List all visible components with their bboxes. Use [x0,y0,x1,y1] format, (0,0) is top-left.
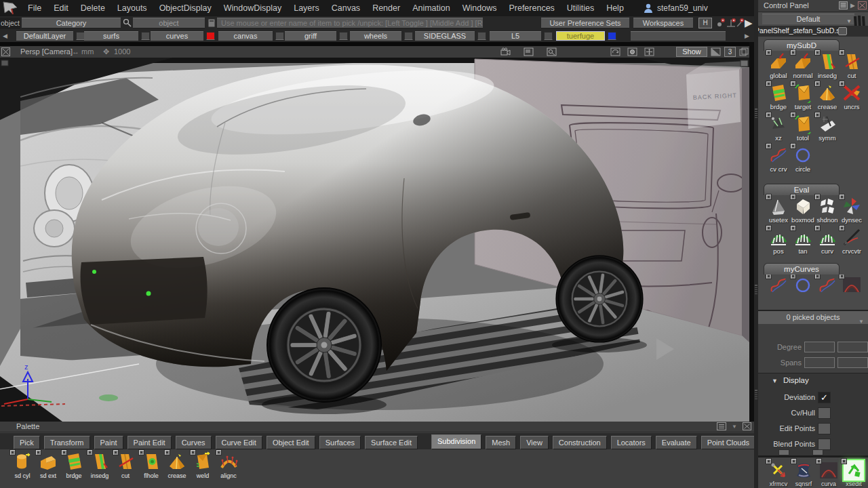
palette-menu-icon[interactable] [717,422,726,430]
tool-checkbox[interactable] [87,449,93,455]
shelf-file-icon[interactable] [838,27,847,35]
menu-render[interactable]: Render [366,3,406,13]
tab-paint-edit[interactable]: Paint Edit [127,436,172,449]
tool-checkbox[interactable] [790,81,796,87]
deviation-checkbox[interactable]: ✓ [818,392,831,403]
tool-sd-cyl[interactable]: sd cyl [11,451,34,479]
history-toggle-button[interactable]: H [698,18,712,28]
tool-checkbox[interactable] [814,112,821,118]
tool-xz[interactable]: xz [766,113,791,144]
tool-brdge[interactable]: brdge [766,82,791,113]
menu-layers[interactable]: Layers [288,3,326,13]
tab-surface-edit[interactable]: Surface Edit [365,436,418,449]
zoom-select-icon[interactable] [547,47,556,56]
tool-checkbox[interactable] [790,112,796,118]
object-name-field[interactable]: object [133,18,205,28]
tool-sd-ext[interactable]: sd ext [37,451,60,479]
tool-xsedit[interactable]: xsedit [842,460,866,487]
perspective-viewport[interactable]: BACK RIGHT [0,58,749,422]
control-point[interactable] [146,291,151,296]
tool-checkbox[interactable] [138,449,144,455]
tool-checkbox[interactable] [790,274,796,279]
tool-shdnon[interactable]: shdnon [815,195,840,226]
tool-insedg[interactable]: insedg [815,51,840,82]
tool-checkbox[interactable] [839,194,845,200]
tool-checkbox[interactable] [61,449,67,455]
layer-sideglass[interactable]: SIDEGLASS [415,31,475,41]
tool-usetex[interactable]: usetex [766,195,791,226]
tab-curves[interactable]: Curves [176,436,212,449]
tab-object-edit[interactable]: Object Edit [267,436,315,449]
tool-crease[interactable]: crease [165,451,189,479]
tool-normal[interactable]: normal [791,51,815,82]
tool-checkbox[interactable] [814,194,821,200]
menu-canvas[interactable]: Canvas [326,3,366,13]
tool-checkbox[interactable] [766,49,772,56]
tool-totol[interactable]: totol [791,113,815,144]
layer-canvas[interactable]: canvas [218,31,273,41]
show-menu-button[interactable]: Show [676,47,707,57]
menu-file[interactable]: File [22,3,47,13]
tool-crvcvtr[interactable]: crvcvtr [840,226,864,258]
tool-checkbox[interactable] [839,49,845,56]
tab-pick[interactable]: Pick [14,436,40,449]
viewport-corner-icon[interactable] [741,60,748,66]
menu-objectdisplay[interactable]: ObjectDisplay [153,3,218,13]
tool-target[interactable]: target [791,82,815,113]
tool-checkbox[interactable] [841,458,847,464]
palette-close-icon[interactable] [743,422,751,430]
camera-icon[interactable] [500,47,510,56]
shelf-preset-dropdown[interactable]: Default▼ [762,14,854,24]
curve-tool[interactable] [766,274,791,292]
object-mode-button[interactable]: object [0,18,20,29]
palette-collapse-icon[interactable]: ▼ [732,424,737,430]
tool-checkbox[interactable] [190,449,196,455]
tool-dynsec[interactable]: dynsec [840,195,864,226]
clipboard-icon[interactable] [208,18,217,28]
tool-checkbox[interactable] [766,194,772,200]
menu-edit[interactable]: Edit [47,3,75,13]
user-preference-sets-button[interactable]: User Preference Sets [541,18,629,28]
layer-toggle-wheels[interactable] [404,32,413,40]
spans-input-1[interactable] [804,357,835,368]
tool-checkbox[interactable] [839,274,845,279]
viewport-close-icon[interactable] [1,47,11,56]
tool-pos[interactable]: pos [766,226,791,258]
layer-wheels[interactable]: wheels [350,31,401,41]
menu-delete[interactable]: Delete [75,3,111,13]
blend-points-checkbox[interactable] [818,439,831,450]
tool-cut[interactable]: cut [840,51,864,82]
tool-curva[interactable]: curva [816,460,841,487]
tool-checkbox[interactable] [814,225,821,231]
user-block[interactable]: stefan59_univ [643,0,708,16]
tab-paint[interactable]: Paint [94,436,123,449]
track-icon[interactable] [644,47,654,56]
tool-circle[interactable]: circle [791,144,815,176]
layer-defaultlayer[interactable]: DefaultLayer [16,31,73,41]
tab-construction[interactable]: Construction [553,436,607,449]
tool-symm[interactable]: symm [815,113,840,144]
tool-checkbox[interactable] [766,225,772,231]
layer-toggle-tuerfuge[interactable] [608,32,616,40]
tool-weld[interactable]: weld [191,451,214,479]
tab-point-clouds[interactable]: Point Clouds [701,436,755,449]
shelf-tab-mycurves[interactable]: myCurves [764,263,840,274]
menu-layouts[interactable]: Layouts [111,3,153,13]
layer-scroll-left-icon[interactable]: ◀ [3,33,7,39]
edit-points-checkbox[interactable] [818,423,831,434]
menu-windowdisplay[interactable]: WindowDisplay [218,3,288,13]
tool-boxmod[interactable]: boxmod [791,195,815,226]
tool-checkbox[interactable] [113,449,119,455]
workspaces-button[interactable]: Workspaces [633,18,693,28]
degree-input-1[interactable] [804,342,835,352]
layer-toggle-canvas[interactable] [275,32,284,40]
category-field[interactable]: Category [22,18,121,28]
tab-transform[interactable]: Transform [44,436,90,449]
tool-checkbox[interactable] [766,143,772,149]
panel-menu-icon[interactable] [839,1,848,9]
tool-checkbox[interactable] [790,225,796,231]
layer-toggle-l5[interactable] [544,32,553,40]
curve-tool[interactable] [791,274,815,292]
front-wheel[interactable] [267,288,381,402]
menu-windows[interactable]: Windows [456,3,503,13]
